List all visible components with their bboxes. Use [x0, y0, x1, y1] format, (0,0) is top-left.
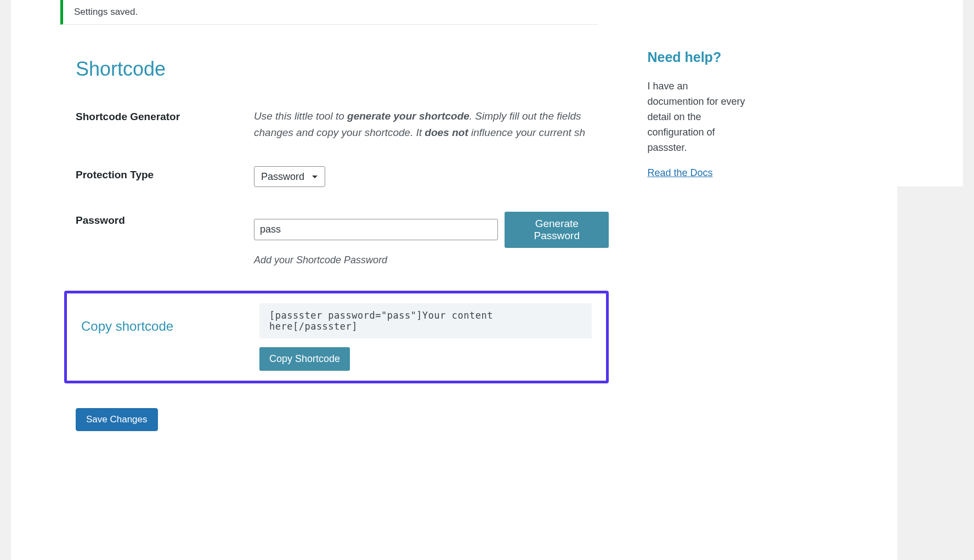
protection-type-label: Protection Type — [76, 166, 254, 181]
sidebar: Need help? I have an documention for eve… — [609, 33, 762, 431]
main-content: Shortcode Shortcode Generator Use this l… — [76, 33, 609, 431]
shortcode-display: [passster password="pass"]Your content h… — [259, 303, 592, 338]
right-background — [897, 186, 963, 560]
section-title: Shortcode — [76, 58, 609, 81]
password-helper-text: Add your Shortcode Password — [254, 254, 609, 266]
password-input[interactable] — [254, 219, 498, 240]
sidebar-help-text: I have an documention for every detail o… — [647, 79, 746, 155]
copy-shortcode-label: Copy shortcode — [81, 303, 259, 371]
generator-description: Use this little tool to generate your sh… — [254, 108, 609, 142]
notice-message: Settings saved. — [74, 7, 138, 17]
save-changes-button[interactable]: Save Changes — [76, 408, 158, 431]
shortcode-generator-label: Shortcode Generator — [76, 108, 254, 123]
copy-shortcode-button[interactable]: Copy Shortcode — [259, 347, 350, 371]
read-the-docs-link[interactable]: Read the Docs — [647, 167, 712, 178]
sidebar-help-title: Need help? — [647, 49, 746, 65]
generate-password-button[interactable]: Generate Password — [505, 212, 609, 248]
password-label: Password — [76, 212, 254, 227]
copy-shortcode-highlight-box: Copy shortcode [passster password="pass"… — [64, 291, 609, 383]
settings-saved-notice: Settings saved. — [60, 0, 598, 25]
protection-type-select[interactable]: Password — [254, 166, 325, 187]
